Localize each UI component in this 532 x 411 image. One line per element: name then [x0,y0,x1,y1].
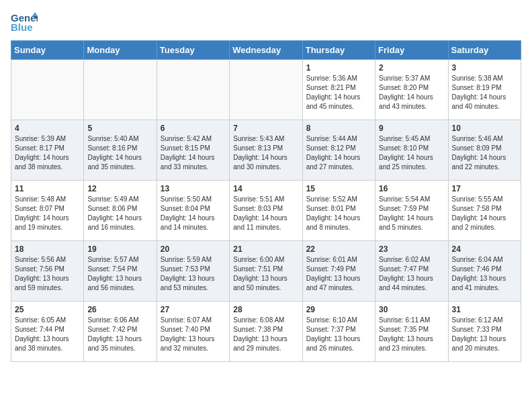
calendar-cell: 17Sunrise: 5:55 AMSunset: 7:58 PMDayligh… [448,181,521,241]
weekday-header-tuesday: Tuesday [157,41,229,60]
day-number: 8 [306,124,371,133]
day-number: 5 [87,124,152,133]
day-number: 27 [161,305,226,314]
day-number: 22 [306,244,371,254]
day-number: 7 [233,124,298,133]
calendar-cell [157,60,229,120]
week-row-5: 25Sunrise: 6:05 AMSunset: 7:44 PMDayligh… [11,302,521,362]
day-info: Sunrise: 5:38 AMSunset: 8:19 PMDaylight:… [452,74,517,111]
calendar-cell: 25Sunrise: 6:05 AMSunset: 7:44 PMDayligh… [11,302,84,362]
week-row-3: 11Sunrise: 5:48 AMSunset: 8:07 PMDayligh… [11,181,521,241]
calendar-cell: 29Sunrise: 6:10 AMSunset: 7:37 PMDayligh… [302,302,375,362]
day-info: Sunrise: 5:52 AMSunset: 8:01 PMDaylight:… [306,195,371,232]
day-number: 18 [15,244,80,254]
day-number: 17 [452,184,517,193]
calendar-cell: 5Sunrise: 5:40 AMSunset: 8:16 PMDaylight… [84,120,157,181]
day-info: Sunrise: 6:05 AMSunset: 7:44 PMDaylight:… [15,316,80,353]
calendar-cell: 13Sunrise: 5:50 AMSunset: 8:04 PMDayligh… [157,181,229,241]
week-row-1: 1Sunrise: 5:36 AMSunset: 8:21 PMDaylight… [11,60,521,120]
calendar-cell: 18Sunrise: 5:56 AMSunset: 7:56 PMDayligh… [11,241,84,302]
day-info: Sunrise: 5:46 AMSunset: 8:09 PMDaylight:… [452,134,517,172]
day-info: Sunrise: 6:06 AMSunset: 7:42 PMDaylight:… [87,316,152,353]
day-info: Sunrise: 5:54 AMSunset: 7:59 PMDaylight:… [379,195,444,232]
day-number: 26 [87,305,152,314]
calendar-table: SundayMondayTuesdayWednesdayThursdayFrid… [11,40,521,362]
calendar-cell: 14Sunrise: 5:51 AMSunset: 8:03 PMDayligh… [230,181,302,241]
calendar-cell: 22Sunrise: 6:01 AMSunset: 7:49 PMDayligh… [302,241,375,302]
calendar-cell: 26Sunrise: 6:06 AMSunset: 7:42 PMDayligh… [84,302,157,362]
calendar-cell [84,60,157,120]
calendar-cell: 8Sunrise: 5:44 AMSunset: 8:12 PMDaylight… [302,120,375,181]
calendar-cell: 15Sunrise: 5:52 AMSunset: 8:01 PMDayligh… [302,181,375,241]
calendar-cell: 10Sunrise: 5:46 AMSunset: 8:09 PMDayligh… [448,120,521,181]
calendar-cell: 27Sunrise: 6:07 AMSunset: 7:40 PMDayligh… [157,302,229,362]
day-number: 11 [15,184,80,193]
calendar-cell: 1Sunrise: 5:36 AMSunset: 8:21 PMDaylight… [302,60,375,120]
day-number: 3 [452,63,517,73]
calendar-cell: 20Sunrise: 5:59 AMSunset: 7:53 PMDayligh… [157,241,229,302]
day-number: 24 [452,244,517,254]
day-number: 19 [87,244,152,254]
day-info: Sunrise: 5:43 AMSunset: 8:13 PMDaylight:… [233,134,298,172]
calendar-cell: 30Sunrise: 6:11 AMSunset: 7:35 PMDayligh… [375,302,448,362]
day-info: Sunrise: 6:00 AMSunset: 7:51 PMDaylight:… [233,255,298,293]
calendar-cell: 19Sunrise: 5:57 AMSunset: 7:54 PMDayligh… [84,241,157,302]
weekday-header-sunday: Sunday [11,41,84,60]
day-number: 14 [233,184,298,193]
day-number: 9 [379,124,444,133]
day-info: Sunrise: 6:04 AMSunset: 7:46 PMDaylight:… [452,255,517,293]
day-number: 4 [15,124,80,133]
logo: General Blue [11,11,38,34]
logo-icon: General Blue [11,11,38,32]
day-info: Sunrise: 5:55 AMSunset: 7:58 PMDaylight:… [452,195,517,232]
calendar-cell: 6Sunrise: 5:42 AMSunset: 8:15 PMDaylight… [157,120,229,181]
calendar-cell: 31Sunrise: 6:12 AMSunset: 7:33 PMDayligh… [448,302,521,362]
day-number: 29 [306,305,371,314]
day-number: 10 [452,124,517,133]
day-number: 12 [87,184,152,193]
day-info: Sunrise: 6:08 AMSunset: 7:38 PMDaylight:… [233,316,298,353]
calendar-cell: 2Sunrise: 5:37 AMSunset: 8:20 PMDaylight… [375,60,448,120]
week-row-4: 18Sunrise: 5:56 AMSunset: 7:56 PMDayligh… [11,241,521,302]
day-number: 15 [306,184,371,193]
weekday-header-saturday: Saturday [448,41,521,60]
day-info: Sunrise: 6:11 AMSunset: 7:35 PMDaylight:… [379,316,444,353]
weekday-header-friday: Friday [375,41,448,60]
day-info: Sunrise: 6:07 AMSunset: 7:40 PMDaylight:… [161,316,226,353]
day-info: Sunrise: 6:01 AMSunset: 7:49 PMDaylight:… [306,255,371,293]
page-header: General Blue [11,11,521,34]
day-info: Sunrise: 5:40 AMSunset: 8:16 PMDaylight:… [87,134,152,172]
day-info: Sunrise: 5:37 AMSunset: 8:20 PMDaylight:… [379,74,444,111]
day-info: Sunrise: 6:10 AMSunset: 7:37 PMDaylight:… [306,316,371,353]
day-info: Sunrise: 5:56 AMSunset: 7:56 PMDaylight:… [15,255,80,293]
day-number: 2 [379,63,444,73]
day-number: 25 [15,305,80,314]
week-row-2: 4Sunrise: 5:39 AMSunset: 8:17 PMDaylight… [11,120,521,181]
calendar-cell: 16Sunrise: 5:54 AMSunset: 7:59 PMDayligh… [375,181,448,241]
day-number: 13 [161,184,226,193]
day-number: 1 [306,63,371,73]
calendar-cell: 9Sunrise: 5:45 AMSunset: 8:10 PMDaylight… [375,120,448,181]
day-number: 16 [379,184,444,193]
weekday-header-wednesday: Wednesday [230,41,302,60]
calendar-cell: 12Sunrise: 5:49 AMSunset: 8:06 PMDayligh… [84,181,157,241]
weekday-header-thursday: Thursday [302,41,375,60]
calendar-cell: 4Sunrise: 5:39 AMSunset: 8:17 PMDaylight… [11,120,84,181]
weekday-header-row: SundayMondayTuesdayWednesdayThursdayFrid… [11,41,521,60]
calendar-cell [230,60,302,120]
day-number: 31 [452,305,517,314]
day-info: Sunrise: 5:44 AMSunset: 8:12 PMDaylight:… [306,134,371,172]
day-info: Sunrise: 5:48 AMSunset: 8:07 PMDaylight:… [15,195,80,232]
day-number: 21 [233,244,298,254]
calendar-cell: 23Sunrise: 6:02 AMSunset: 7:47 PMDayligh… [375,241,448,302]
day-info: Sunrise: 5:49 AMSunset: 8:06 PMDaylight:… [87,195,152,232]
day-info: Sunrise: 6:12 AMSunset: 7:33 PMDaylight:… [452,316,517,353]
day-number: 30 [379,305,444,314]
calendar-cell: 28Sunrise: 6:08 AMSunset: 7:38 PMDayligh… [230,302,302,362]
day-info: Sunrise: 5:45 AMSunset: 8:10 PMDaylight:… [379,134,444,172]
svg-text:Blue: Blue [11,21,33,32]
weekday-header-monday: Monday [84,41,157,60]
day-info: Sunrise: 5:57 AMSunset: 7:54 PMDaylight:… [87,255,152,293]
calendar-cell: 11Sunrise: 5:48 AMSunset: 8:07 PMDayligh… [11,181,84,241]
day-info: Sunrise: 5:39 AMSunset: 8:17 PMDaylight:… [15,134,80,172]
